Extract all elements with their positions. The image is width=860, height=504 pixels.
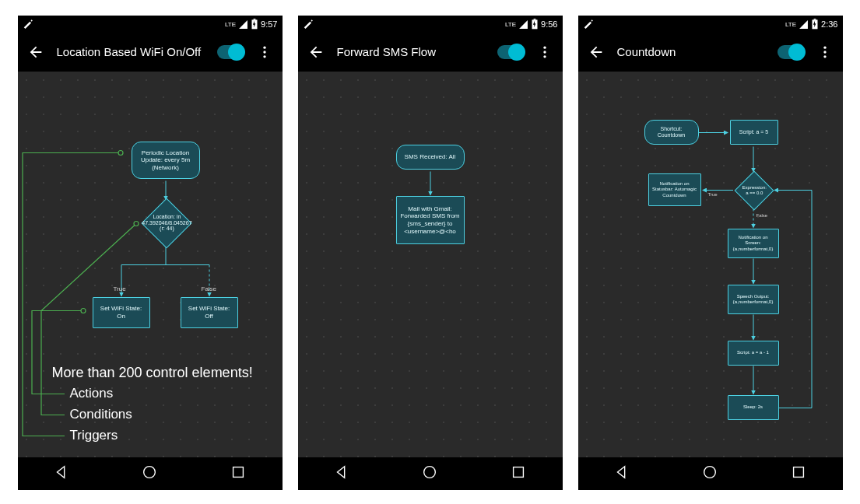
overlay-headline: More than 200 control elements!: [52, 365, 253, 381]
node-label: Notification on Screen: {a,numberformat,…: [732, 235, 775, 252]
overflow-menu-button[interactable]: [810, 37, 840, 67]
action-node[interactable]: Mail with Gmail: Forwarded SMS from {sms…: [396, 196, 465, 244]
action-true-label: Set WiFi State: On: [97, 305, 146, 320]
lte-label: LTE: [505, 21, 516, 28]
trigger-node-shortcut[interactable]: Shortcut: Countdown: [644, 120, 699, 145]
overlay-conditions: Conditions: [70, 407, 132, 422]
nav-recent-button[interactable]: [510, 464, 527, 484]
svg-point-10: [118, 151, 123, 156]
sleep-node[interactable]: Sleep: 2s: [728, 395, 779, 420]
nav-back-button[interactable]: [333, 464, 350, 484]
notification-statusbar-node[interactable]: Notification on Statusbar: Automagic Cou…: [648, 173, 701, 206]
speech-output-node[interactable]: Speech Output: {a,numberformat,0}: [728, 285, 779, 314]
status-bar: LTE 2:36: [578, 16, 843, 33]
nav-back-button[interactable]: [53, 464, 70, 484]
false-label: False: [756, 213, 768, 218]
flow-toggle[interactable]: [778, 45, 804, 59]
trigger-node-label: SMS Received: All: [405, 153, 456, 161]
action-false-label: Set WiFi State: Off: [184, 305, 234, 320]
svg-point-17: [543, 47, 546, 49]
svg-point-19: [543, 55, 546, 58]
condition-node-label: Location: in 47.392046/8.045267 (r: 44): [141, 214, 191, 232]
condition-label: Expression: a == 0.0: [741, 185, 767, 195]
signal-icon: [799, 19, 809, 30]
node-label: Script: a = a - 1: [737, 350, 769, 355]
nav-back-button[interactable]: [613, 464, 630, 484]
action-true-node[interactable]: Set WiFi State: On: [93, 297, 150, 328]
false-label: False: [202, 285, 217, 292]
node-label: Shortcut: Countdown: [648, 126, 695, 139]
svg-rect-14: [233, 467, 243, 478]
nav-recent-button[interactable]: [230, 464, 247, 484]
svg-rect-16: [534, 19, 536, 19]
battery-icon: [531, 19, 539, 30]
trigger-node[interactable]: SMS Received: All: [396, 145, 465, 170]
svg-point-11: [81, 309, 86, 313]
magic-icon: [23, 18, 33, 30]
screen-1: LTE 9:57 Location Based WiFi On/Off: [18, 16, 283, 490]
script-decrement-node[interactable]: Script: a = a - 1: [728, 341, 779, 366]
nav-bar: [578, 457, 843, 490]
overflow-menu-button[interactable]: [250, 37, 279, 67]
svg-point-13: [144, 467, 156, 478]
nav-home-button[interactable]: [421, 464, 438, 484]
action-false-node[interactable]: Set WiFi State: Off: [181, 297, 238, 328]
trigger-node[interactable]: Periodic Location Update: every 5m (Netw…: [132, 142, 200, 179]
nav-bar: [18, 457, 283, 490]
node-label: Notification on Statusbar: Automagic Cou…: [652, 181, 697, 198]
back-button[interactable]: [21, 37, 51, 67]
page-title: Forward SMS Flow: [337, 45, 491, 59]
notification-screen-node[interactable]: Notification on Screen: {a,numberformat,…: [728, 229, 779, 258]
battery-icon: [251, 19, 258, 30]
condition-node[interactable]: Expression: a == 0.0: [734, 171, 774, 211]
svg-rect-1: [254, 19, 256, 19]
flow-toggle[interactable]: [497, 45, 524, 59]
status-bar: LTE 9:56: [298, 16, 563, 33]
app-bar: Location Based WiFi On/Off: [18, 33, 283, 72]
app-bar: Countdown: [578, 33, 843, 72]
nav-bar: [298, 457, 563, 490]
flow-canvas[interactable]: Periodic Location Update: every 5m (Netw…: [18, 72, 283, 457]
back-button[interactable]: [581, 37, 611, 67]
svg-point-3: [263, 51, 265, 53]
action-node-label: Mail with Gmail: Forwarded SMS from {sms…: [400, 205, 461, 235]
overflow-menu-button[interactable]: [530, 37, 560, 67]
page-title: Countdown: [617, 45, 771, 59]
svg-point-21: [424, 467, 436, 478]
nav-home-button[interactable]: [701, 464, 718, 484]
svg-point-26: [823, 51, 826, 53]
clock: 2:36: [821, 19, 837, 29]
magic-icon: [303, 18, 314, 30]
screen-3: LTE 2:36 Countdown: [578, 16, 843, 490]
node-label: Script: a = 5: [739, 129, 769, 135]
signal-icon: [518, 19, 528, 30]
nav-home-button[interactable]: [141, 464, 158, 484]
magic-icon: [583, 18, 594, 30]
node-label: Speech Output: {a,numberformat,0}: [732, 294, 775, 305]
svg-rect-22: [513, 467, 523, 478]
overlay-triggers: Triggers: [70, 428, 118, 443]
svg-rect-36: [793, 467, 803, 478]
svg-point-35: [704, 467, 716, 478]
overlay-actions: Actions: [70, 386, 114, 401]
lte-label: LTE: [785, 21, 796, 28]
lte-label: LTE: [225, 21, 236, 28]
screen-2: LTE 9:56 Forward SMS Flow SMS Received: …: [298, 16, 563, 490]
nav-recent-button[interactable]: [790, 464, 807, 484]
script-node-init[interactable]: Script: a = 5: [730, 120, 778, 145]
svg-point-2: [263, 47, 265, 49]
flow-canvas[interactable]: Shortcut: Countdown Script: a = 5 Expres…: [578, 72, 843, 457]
page-title: Location Based WiFi On/Off: [57, 45, 211, 59]
battery-icon: [811, 19, 819, 30]
signal-icon: [238, 19, 248, 30]
trigger-node-label: Periodic Location Update: every 5m (Netw…: [135, 149, 196, 172]
svg-point-18: [543, 51, 546, 53]
status-bar: LTE 9:57: [18, 16, 283, 33]
flow-canvas[interactable]: SMS Received: All Mail with Gmail: Forwa…: [298, 72, 563, 457]
flow-toggle[interactable]: [217, 45, 244, 59]
condition-node[interactable]: Location: in 47.392046/8.045267 (r: 44): [141, 198, 191, 248]
clock: 9:56: [541, 19, 557, 29]
svg-point-4: [263, 55, 265, 58]
svg-rect-24: [814, 19, 816, 19]
back-button[interactable]: [301, 37, 331, 67]
